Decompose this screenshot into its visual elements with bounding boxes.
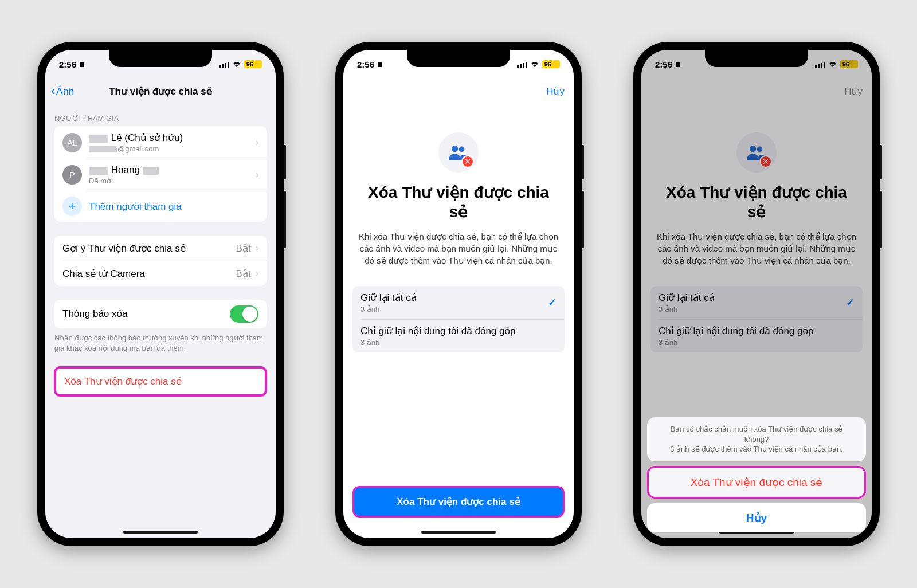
chevron-right-icon: › (256, 138, 258, 148)
participant-status: Đã mời (89, 177, 251, 185)
delete-notify-label: Thông báo xóa (62, 308, 230, 320)
add-participant-label: Thêm người tham gia (89, 201, 182, 213)
suggestions-label: Gợi ý Thư viện được chia sẻ (62, 242, 236, 254)
notch (109, 50, 212, 67)
sheet-message-group: Bạn có chắc chắn muốn xóa Thư viện được … (647, 417, 866, 461)
svg-rect-7 (520, 64, 522, 68)
location-icon (377, 60, 383, 69)
chevron-right-icon: › (256, 243, 258, 253)
chevron-right-icon: › (256, 268, 258, 279)
participants-header: NGƯỜI THAM GIA (45, 104, 276, 126)
location-icon (79, 60, 85, 69)
svg-rect-8 (523, 63, 524, 68)
avatar: AL (62, 133, 82, 152)
participant-email: @gmail.com (89, 144, 251, 153)
x-badge-icon: ✕ (461, 155, 474, 168)
sheet-cancel-button[interactable]: Hủy (647, 503, 866, 532)
option-title: Giữ lại tất cả (360, 292, 548, 304)
participant-name: Lê (Chủ sở hữu) (89, 132, 251, 144)
nav-bar: Hủy (343, 79, 574, 104)
svg-point-10 (452, 146, 458, 152)
back-button[interactable]: ‹ Ảnh (51, 84, 74, 99)
delete-library-button[interactable]: Xóa Thư viện được chia sẻ (54, 367, 267, 396)
option-sub: 3 ảnh (360, 338, 557, 347)
camera-share-label: Chia sẻ từ Camera (62, 268, 236, 280)
confirm-delete-button[interactable]: Xóa Thư viện được chia sẻ (649, 468, 864, 497)
status-time: 2:56 (59, 60, 76, 69)
svg-point-11 (459, 147, 465, 152)
battery-badge: 96⚡ (542, 60, 560, 68)
notify-footnote: Nhận được các thông báo thường xuyên khi… (45, 328, 276, 353)
options-list: Gợi ý Thư viện được chia sẻ Bật › Chia s… (54, 236, 267, 286)
phone-frame: 2:56 96⚡ ‹ Ảnh Thư viện được chia sẻ (37, 42, 284, 546)
wifi-icon (232, 60, 241, 69)
svg-rect-2 (222, 64, 224, 68)
keep-options-list: Giữ lại tất cả 3 ảnh ✓ Chỉ giữ lại nội d… (352, 286, 565, 352)
option-sub: 3 ảnh (360, 305, 548, 313)
camera-share-value: Bật (236, 268, 251, 280)
screen-delete-options: 2:56 96⚡ Hủy ✕ Xóa Thư viện được chia sẻ… (343, 50, 574, 538)
sheet-destructive-group: Xóa Thư viện được chia sẻ (647, 466, 866, 499)
participants-list: AL Lê (Chủ sở hữu) @gmail.com › P Hoang … (54, 126, 267, 222)
toggle-on[interactable] (230, 305, 258, 323)
notch (407, 50, 510, 67)
plus-icon: + (62, 197, 82, 216)
svg-rect-5 (378, 62, 382, 67)
add-participant-button[interactable]: + Thêm người tham gia (54, 191, 267, 222)
svg-rect-9 (526, 62, 527, 68)
notch (705, 50, 808, 67)
cancel-button[interactable]: Hủy (546, 85, 565, 97)
svg-rect-0 (80, 62, 84, 67)
screen-settings: 2:56 96⚡ ‹ Ảnh Thư viện được chia sẻ (45, 50, 276, 538)
page-title: Thư viện được chia sẻ (109, 85, 212, 97)
wifi-icon (530, 60, 539, 69)
delete-library-button[interactable]: Xóa Thư viện được chia sẻ (352, 486, 565, 518)
svg-rect-1 (219, 65, 221, 68)
people-delete-icon: ✕ (438, 132, 479, 173)
svg-rect-4 (228, 62, 229, 68)
phone-frame: 2:56 96⚡ Hủy ✕ Xóa Thư viện được chia sẻ… (633, 42, 880, 546)
suggestions-value: Bật (236, 242, 251, 254)
suggestions-row[interactable]: Gợi ý Thư viện được chia sẻ Bật › (54, 236, 267, 261)
battery-badge: 96⚡ (244, 60, 262, 68)
home-indicator[interactable] (123, 531, 198, 534)
phone-frame: 2:56 96⚡ Hủy ✕ Xóa Thư viện được chia sẻ… (335, 42, 582, 546)
option-keep-all[interactable]: Giữ lại tất cả 3 ảnh ✓ (352, 286, 565, 319)
camera-share-row[interactable]: Chia sẻ từ Camera Bật › (54, 261, 267, 286)
option-keep-contributed[interactable]: Chỉ giữ lại nội dung tôi đã đóng góp 3 ả… (352, 319, 565, 352)
screen-confirm-sheet: 2:56 96⚡ Hủy ✕ Xóa Thư viện được chia sẻ… (641, 50, 872, 538)
checkmark-icon: ✓ (548, 296, 557, 309)
signal-icon (219, 60, 229, 69)
participant-row[interactable]: AL Lê (Chủ sở hữu) @gmail.com › (54, 126, 267, 159)
home-indicator[interactable] (421, 531, 496, 534)
chevron-left-icon: ‹ (51, 84, 55, 99)
hero-title: Xóa Thư viện được chia sẻ (357, 183, 560, 221)
notify-list: Thông báo xóa (54, 300, 267, 328)
sheet-message: Bạn có chắc chắn muốn xóa Thư viện được … (647, 417, 866, 461)
svg-rect-6 (517, 65, 519, 68)
nav-bar: ‹ Ảnh Thư viện được chia sẻ (45, 79, 276, 104)
back-label: Ảnh (56, 85, 74, 97)
avatar: P (62, 165, 82, 185)
signal-icon (517, 60, 527, 69)
chevron-right-icon: › (256, 170, 258, 180)
svg-rect-3 (225, 63, 226, 68)
hero-body: Khi xóa Thư viện được chia sẻ, bạn có th… (357, 230, 560, 266)
hero: ✕ Xóa Thư viện được chia sẻ Khi xóa Thư … (343, 104, 574, 272)
action-sheet: Bạn có chắc chắn muốn xóa Thư viện được … (647, 417, 866, 532)
delete-notify-row[interactable]: Thông báo xóa (54, 300, 267, 328)
option-title: Chỉ giữ lại nội dung tôi đã đóng góp (360, 325, 557, 337)
participant-name: Hoang (89, 164, 251, 176)
participant-row[interactable]: P Hoang Đã mời › (54, 159, 267, 191)
status-time: 2:56 (357, 60, 374, 69)
